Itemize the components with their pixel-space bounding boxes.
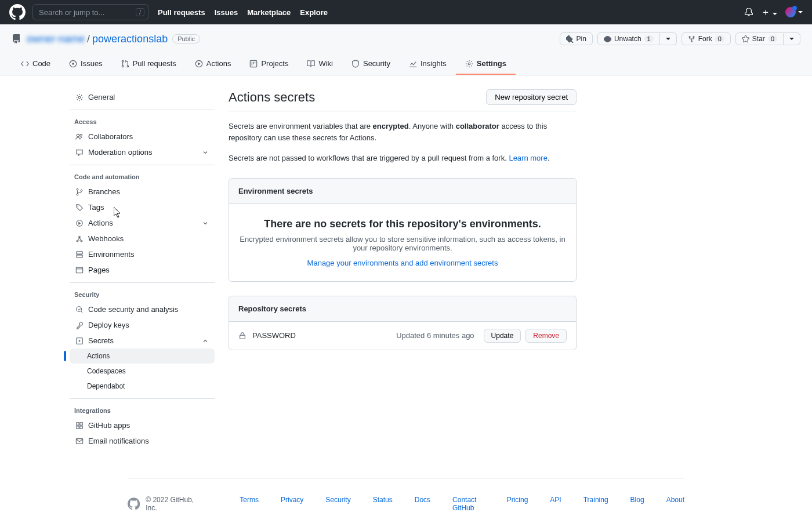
tab-issues[interactable]: Issues	[60, 53, 112, 75]
repository-secrets-header: Repository secrets	[229, 296, 576, 322]
env-empty-title: There are no secrets for this repository…	[238, 218, 567, 230]
footer-status[interactable]: Status	[373, 496, 393, 512]
project-icon	[249, 60, 258, 68]
sidebar-item-github-apps[interactable]: GitHub apps	[70, 417, 215, 433]
svg-rect-29	[240, 335, 245, 339]
svg-point-2	[72, 63, 74, 65]
key-icon	[75, 321, 84, 329]
nav-marketplace[interactable]: Marketplace	[247, 8, 291, 17]
footer-api[interactable]: API	[550, 496, 561, 512]
shield-icon	[351, 60, 360, 68]
svg-point-23	[79, 340, 81, 342]
play-icon	[75, 219, 84, 227]
gear-icon	[465, 60, 473, 68]
apps-icon	[75, 422, 84, 430]
new-repository-secret-button[interactable]: New repository secret	[486, 89, 577, 105]
footer-about[interactable]: About	[666, 496, 684, 512]
env-empty-desc: Encrypted environment secrets allow you …	[238, 235, 567, 252]
branch-icon	[75, 188, 84, 196]
repo-separator: /	[87, 33, 90, 45]
sidebar-item-actions[interactable]: Actions	[70, 215, 215, 231]
sidebar-item-email-notifications[interactable]: Email notifications	[70, 433, 215, 449]
footer-docs[interactable]: Docs	[415, 496, 430, 512]
fork-count: 0	[715, 35, 724, 42]
learn-more-link[interactable]: Learn more	[509, 154, 547, 162]
footer-terms[interactable]: Terms	[240, 496, 259, 512]
code-icon	[21, 60, 29, 68]
description-2: Secrets are not passed to workflows that…	[229, 152, 577, 164]
footer-privacy[interactable]: Privacy	[281, 496, 303, 512]
footer-security[interactable]: Security	[325, 496, 350, 512]
tab-wiki[interactable]: Wiki	[298, 53, 342, 75]
repo-title: owner-name / poweractionslab Public	[12, 33, 200, 45]
remove-secret-button[interactable]: Remove	[525, 329, 567, 343]
sidebar-item-deploy-keys[interactable]: Deploy keys	[70, 317, 215, 333]
environment-secrets-header: Environment secrets	[229, 179, 576, 204]
svg-rect-17	[77, 251, 83, 253]
tab-settings[interactable]: Settings	[456, 53, 516, 75]
tab-projects[interactable]: Projects	[240, 53, 298, 75]
search-input[interactable]: Search or jump to... /	[32, 4, 148, 20]
sidebar-item-code-security[interactable]: Code security and analysis	[70, 302, 215, 317]
footer-contact[interactable]: Contact GitHub	[452, 496, 485, 512]
repo-owner-link[interactable]: owner-name	[27, 33, 85, 45]
manage-environments-link[interactable]: Manage your environments and add environ…	[307, 259, 498, 267]
svg-point-7	[77, 134, 79, 136]
sidebar-item-pages[interactable]: Pages	[70, 262, 215, 278]
tab-insights[interactable]: Insights	[400, 53, 456, 75]
fork-button[interactable]: Fork0	[682, 32, 731, 45]
sidebar-item-secrets-actions[interactable]: Actions	[70, 348, 215, 364]
repo-name-link[interactable]: poweractionslab	[92, 33, 168, 45]
sidebar-item-webhooks[interactable]: Webhooks	[70, 231, 215, 246]
sidebar-item-branches[interactable]: Branches	[70, 184, 215, 199]
user-menu[interactable]	[785, 7, 803, 17]
nav-pull-requests[interactable]: Pull requests	[158, 8, 205, 17]
star-dropdown[interactable]	[784, 32, 800, 45]
webhook-icon	[75, 235, 84, 243]
issue-icon	[69, 60, 77, 68]
github-logo-icon[interactable]	[9, 4, 26, 20]
unwatch-dropdown[interactable]	[660, 32, 677, 45]
main-content: Actions secrets New repository secret Se…	[229, 89, 577, 449]
svg-rect-19	[76, 267, 82, 273]
tab-pull-requests[interactable]: Pull requests	[112, 53, 186, 75]
svg-rect-25	[80, 422, 82, 424]
footer-pricing[interactable]: Pricing	[507, 496, 528, 512]
secret-updated-text: Updated 6 minutes ago	[396, 331, 474, 340]
copyright: © 2022 GitHub, Inc.	[146, 496, 205, 512]
star-button[interactable]: Star0	[735, 32, 784, 45]
nav-explore[interactable]: Explore	[300, 8, 328, 17]
sidebar-item-general[interactable]: General	[70, 89, 215, 105]
eye-icon	[604, 35, 611, 43]
sidebar-header-security: Security	[70, 288, 215, 302]
sidebar-item-moderation[interactable]: Moderation options	[70, 144, 215, 160]
fork-label: Fork	[698, 35, 712, 43]
nav-issues[interactable]: Issues	[215, 8, 238, 17]
star-count: 0	[768, 35, 777, 42]
sidebar-item-secrets-codespaces[interactable]: Codespaces	[70, 364, 215, 379]
sidebar-header-integrations: Integrations	[70, 404, 215, 417]
svg-rect-24	[77, 422, 79, 424]
footer-blog[interactable]: Blog	[630, 496, 644, 512]
sidebar-item-secrets[interactable]: Secrets	[70, 333, 215, 348]
tab-code[interactable]: Code	[12, 53, 60, 75]
update-secret-button[interactable]: Update	[484, 329, 521, 343]
add-menu[interactable]: ＋	[761, 6, 777, 19]
fork-icon	[688, 35, 695, 43]
tab-security[interactable]: Security	[342, 53, 400, 75]
sidebar-item-collaborators[interactable]: Collaborators	[70, 129, 215, 144]
svg-point-14	[77, 240, 78, 242]
global-header: Search or jump to... / Pull requests Iss…	[0, 0, 812, 24]
unwatch-button[interactable]: Unwatch1	[597, 32, 660, 45]
footer-training[interactable]: Training	[583, 496, 608, 512]
sidebar-item-tags[interactable]: Tags	[70, 199, 215, 215]
tab-actions[interactable]: Actions	[186, 53, 241, 75]
sidebar-item-environments[interactable]: Environments	[70, 246, 215, 262]
pin-button[interactable]: Pin	[560, 32, 593, 45]
secret-row: PASSWORD Updated 6 minutes ago Update Re…	[229, 322, 576, 350]
chevron-down-icon	[202, 149, 209, 156]
pin-icon	[566, 35, 574, 43]
sidebar-item-secrets-dependabot[interactable]: Dependabot	[70, 379, 215, 394]
github-logo-icon[interactable]	[128, 498, 140, 510]
bell-icon[interactable]	[745, 8, 753, 16]
